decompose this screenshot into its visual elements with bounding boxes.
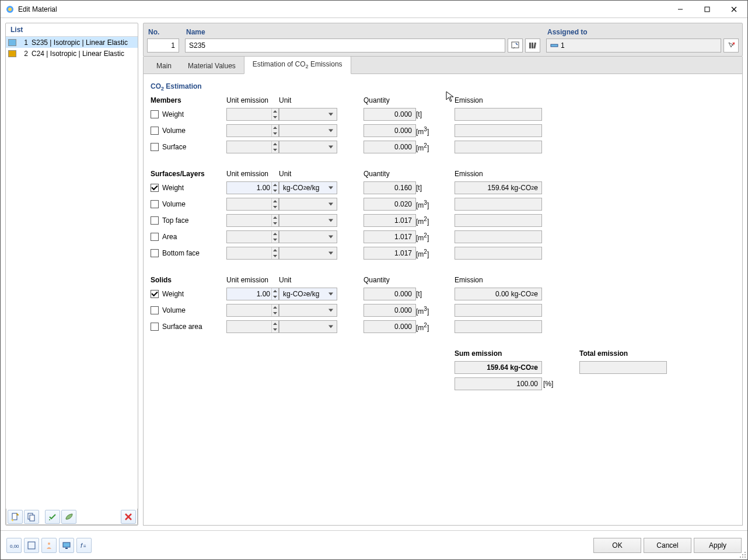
form-area: CO2 Estimation Members Unit emission Uni… bbox=[143, 74, 743, 526]
combo-members-surface-unit[interactable] bbox=[279, 141, 337, 153]
spin-sl-bottomface-ue[interactable] bbox=[226, 247, 279, 260]
members-surface-qty-unit: [m2] bbox=[416, 142, 434, 152]
spin-so-weight-ue[interactable]: 1.00 bbox=[226, 288, 279, 300]
chk-members-surface[interactable]: Surface bbox=[151, 143, 226, 151]
combo-so-volume-unit[interactable] bbox=[279, 304, 337, 317]
sum-percent-value: 100.00 bbox=[455, 377, 542, 390]
members-weight-qty-unit: [t] bbox=[416, 110, 434, 118]
combo-sl-area-unit[interactable] bbox=[279, 230, 337, 243]
spin-members-surface-ue[interactable] bbox=[226, 141, 279, 153]
spin-members-weight-ue[interactable] bbox=[226, 108, 279, 121]
spin-sl-area-ue[interactable] bbox=[226, 230, 279, 243]
svg-point-43 bbox=[48, 542, 50, 545]
svg-marker-19 bbox=[273, 110, 277, 113]
tab-co2-emissions[interactable]: Estimation of CO2 Emissions bbox=[244, 56, 351, 74]
spin-so-surfacearea-ue[interactable] bbox=[226, 320, 279, 333]
combo-so-weight-unit[interactable]: kg-CO2e/kg bbox=[279, 288, 337, 300]
combo-sl-bottomface-unit[interactable] bbox=[279, 247, 337, 260]
leaf-icon[interactable] bbox=[61, 510, 76, 524]
select-in-model-icon[interactable] bbox=[723, 38, 739, 52]
svg-point-48 bbox=[744, 552, 746, 553]
svg-marker-33 bbox=[273, 249, 277, 251]
list-body: 1 S235 | Isotropic | Linear Elastic 2 C2… bbox=[6, 37, 138, 509]
svg-marker-29 bbox=[273, 216, 277, 219]
library-icon[interactable] bbox=[525, 38, 540, 52]
members-weight-emis bbox=[455, 108, 542, 121]
check-green-icon[interactable] bbox=[45, 510, 60, 524]
name-input[interactable]: S235 bbox=[185, 38, 505, 52]
display-tool-icon[interactable] bbox=[59, 538, 74, 553]
combo-sl-weight-unit[interactable]: kg-CO2e/kg bbox=[279, 181, 337, 194]
members-surface-qty: 0.000 bbox=[363, 141, 416, 153]
chk-sl-topface[interactable]: Top face bbox=[151, 216, 226, 225]
ok-button[interactable]: OK bbox=[593, 538, 641, 553]
chk-so-volume[interactable]: Volume bbox=[151, 306, 226, 314]
sl-bottomface-emis bbox=[455, 247, 542, 260]
combo-sl-topface-unit[interactable] bbox=[279, 214, 337, 227]
apply-button[interactable]: Apply bbox=[694, 538, 742, 553]
close-button[interactable] bbox=[721, 1, 747, 18]
assigned-input[interactable]: 1 bbox=[546, 38, 721, 52]
spin-members-volume-ue[interactable] bbox=[226, 124, 279, 137]
chk-so-surfacearea[interactable]: Surface area bbox=[151, 323, 226, 331]
chk-members-volume[interactable]: Volume bbox=[151, 127, 226, 135]
chk-members-weight[interactable]: Weight bbox=[151, 110, 226, 118]
member-icon bbox=[550, 43, 558, 48]
resize-grip-icon[interactable] bbox=[739, 551, 746, 558]
sl-bottomface-qty: 1.017 bbox=[363, 247, 416, 260]
svg-rect-15 bbox=[533, 43, 536, 48]
new-icon[interactable] bbox=[8, 510, 23, 524]
svg-point-52 bbox=[742, 556, 743, 558]
sl-weight-emis: 159.64 kg-CO2e bbox=[455, 181, 542, 194]
chk-sl-weight[interactable]: Weight bbox=[151, 184, 226, 192]
spin-sl-weight-ue[interactable]: 1.00 bbox=[226, 181, 279, 194]
sl-topface-emis bbox=[455, 214, 542, 227]
maximize-button[interactable] bbox=[694, 1, 721, 18]
copy-icon[interactable] bbox=[24, 510, 39, 524]
bottombar: 0,00 f≡ OK Cancel Apply bbox=[1, 530, 747, 559]
units-tool-icon[interactable]: 0,00 bbox=[6, 538, 22, 553]
spin-so-volume-ue[interactable] bbox=[226, 304, 279, 317]
svg-rect-16 bbox=[551, 44, 558, 47]
tab-material-values[interactable]: Material Values bbox=[180, 58, 244, 74]
minimize-button[interactable] bbox=[667, 1, 694, 18]
chk-sl-area[interactable]: Area bbox=[151, 233, 226, 241]
chk-sl-bottomface[interactable]: Bottom face bbox=[151, 249, 226, 257]
so-surfacearea-emis bbox=[455, 320, 542, 333]
svg-point-9 bbox=[49, 519, 50, 520]
assigned-label: Assigned to bbox=[546, 27, 739, 38]
svg-marker-37 bbox=[273, 306, 277, 309]
list-item[interactable]: 1 S235 | Isotropic | Linear Elastic bbox=[6, 37, 138, 48]
delete-icon[interactable] bbox=[121, 510, 136, 524]
so-weight-qty-unit: [t] bbox=[416, 290, 434, 298]
svg-marker-35 bbox=[273, 290, 277, 292]
svg-rect-44 bbox=[63, 542, 70, 547]
list-item-number: 1 bbox=[20, 38, 28, 47]
tab-main[interactable]: Main bbox=[148, 58, 180, 74]
svg-marker-36 bbox=[273, 296, 277, 298]
edit-comment-icon[interactable] bbox=[508, 38, 523, 52]
sl-weight-qty-unit: [t] bbox=[416, 184, 434, 192]
group-members: Members bbox=[151, 96, 226, 104]
combo-so-surfacearea-unit[interactable] bbox=[279, 320, 337, 333]
combo-members-volume-unit[interactable] bbox=[279, 124, 337, 137]
function-tool-icon[interactable]: f≡ bbox=[76, 538, 92, 553]
materials-list-panel: List 1 S235 | Isotropic | Linear Elastic… bbox=[5, 23, 138, 526]
no-input[interactable]: 1 bbox=[147, 38, 179, 52]
svg-point-1 bbox=[8, 8, 12, 11]
chk-so-weight[interactable]: Weight bbox=[151, 290, 226, 298]
spin-sl-topface-ue[interactable] bbox=[226, 214, 279, 227]
no-label: No. bbox=[147, 27, 179, 38]
spin-sl-volume-ue[interactable] bbox=[226, 198, 279, 211]
calc-tool-icon[interactable] bbox=[24, 538, 39, 553]
cancel-button[interactable]: Cancel bbox=[644, 538, 691, 553]
svg-marker-21 bbox=[273, 127, 277, 129]
svg-text:0,00: 0,00 bbox=[10, 544, 19, 549]
chk-sl-volume[interactable]: Volume bbox=[151, 200, 226, 208]
combo-members-weight-unit[interactable] bbox=[279, 108, 337, 121]
sl-volume-qty-unit: [m3] bbox=[416, 200, 434, 209]
person-tool-icon[interactable] bbox=[41, 538, 57, 553]
list-item[interactable]: 2 C24 | Isotropic | Linear Elastic bbox=[6, 48, 138, 59]
header-band: No. 1 Name S235 Assigned to 1 bbox=[143, 23, 743, 57]
combo-sl-volume-unit[interactable] bbox=[279, 198, 337, 211]
